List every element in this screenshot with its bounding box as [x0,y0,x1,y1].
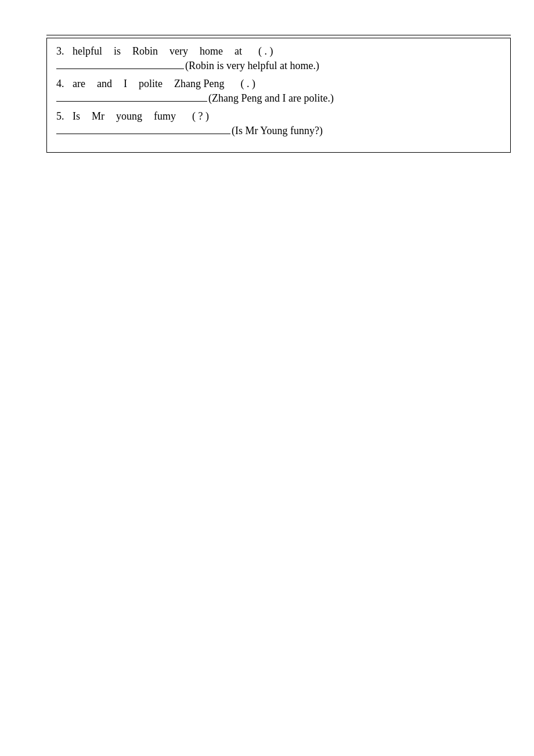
content-box: 3. helpful is Robin very home at ( . ) (… [46,38,511,153]
question-words-3: helpful is Robin very home at ( . ) [73,45,273,57]
question-line-5: 5. Is Mr young fumy ( ? ) [56,110,501,123]
question-number-4: 4. [56,78,73,90]
blank-3 [56,69,184,69]
question-line-3: 3. helpful is Robin very home at ( . ) [56,45,501,57]
punct-3: ( . ) [258,45,273,57]
answer-text-3: (Robin is very helpful at home.) [185,60,319,72]
question-number-3: 3. [56,45,73,57]
word-5-3: young [116,110,142,123]
exercise-item-4: 4. are and I polite Zhang Peng ( . ) (Zh… [56,78,501,105]
question-line-4: 4. are and I polite Zhang Peng ( . ) [56,78,501,90]
word-4-2: and [97,78,112,90]
word-4-4: polite [139,78,163,90]
word-5-1: Is [73,110,80,123]
word-4-5: Zhang Peng [174,78,224,90]
question-words-5: Is Mr young fumy ( ? ) [73,110,209,123]
question-number-5: 5. [56,110,73,123]
word-3-2: is [114,45,121,57]
word-3-5: home [200,45,223,57]
question-words-4: are and I polite Zhang Peng ( . ) [73,78,255,90]
word-3-1: helpful [73,45,102,57]
blank-4 [56,101,207,102]
answer-line-4: (Zhang Peng and I are polite.) [56,92,501,105]
answer-line-5: (Is Mr Young funny?) [56,125,501,137]
word-3-6: at [234,45,242,57]
punct-4: ( . ) [240,78,255,90]
answer-text-4: (Zhang Peng and I are polite.) [208,92,334,105]
word-5-2: Mr [92,110,104,123]
page-container: 3. helpful is Robin very home at ( . ) (… [0,0,534,756]
punct-5: ( ? ) [192,110,209,123]
word-3-4: very [169,45,188,57]
answer-text-5: (Is Mr Young funny?) [232,125,323,137]
word-4-1: are [73,78,85,90]
top-line [46,35,511,35]
word-5-4: fumy [154,110,176,123]
blank-5 [56,134,230,134]
answer-line-3: (Robin is very helpful at home.) [56,60,501,72]
word-4-3: I [124,78,127,90]
exercise-item-3: 3. helpful is Robin very home at ( . ) (… [56,45,501,72]
word-3-3: Robin [132,45,158,57]
exercise-item-5: 5. Is Mr young fumy ( ? ) (Is Mr Young f… [56,110,501,137]
